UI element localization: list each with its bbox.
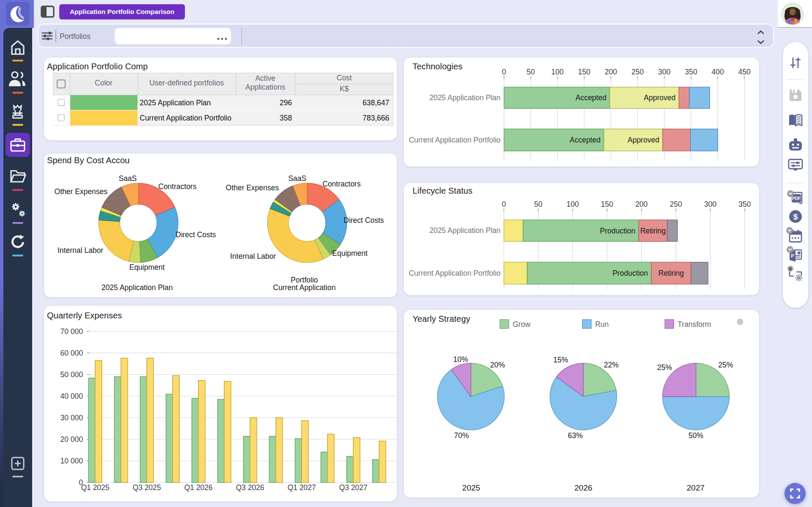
svg-text:Retiring: Retiring: [640, 227, 666, 235]
svg-text:0: 0: [502, 68, 506, 76]
svg-text:2025 Application Plan: 2025 Application Plan: [429, 226, 501, 235]
svg-text:100: 100: [567, 200, 579, 208]
svg-text:Q1 2025: Q1 2025: [81, 483, 109, 492]
svg-text:10 000: 10 000: [60, 457, 83, 465]
svg-text:Equipment: Equipment: [129, 263, 165, 271]
svg-text:Portfolio: Portfolio: [291, 276, 318, 284]
svg-text:25%: 25%: [718, 361, 733, 369]
svg-text:150: 150: [601, 200, 613, 208]
svg-text:25%: 25%: [657, 363, 672, 372]
svg-text:Accepted: Accepted: [575, 93, 606, 102]
svg-text:250: 250: [670, 200, 682, 208]
svg-text:2027: 2027: [687, 483, 705, 492]
svg-text:Direct Costs: Direct Costs: [176, 230, 216, 239]
svg-text:250: 250: [631, 68, 644, 76]
svg-text:Retiring: Retiring: [658, 269, 684, 277]
svg-text:Accepted: Accepted: [570, 136, 600, 144]
svg-text:2025 Application Plan: 2025 Application Plan: [102, 283, 173, 292]
svg-text:Approved: Approved: [628, 136, 659, 144]
svg-text:Current Application Portfolio: Current Application Portfolio: [409, 269, 501, 277]
svg-text:PDF: PDF: [792, 196, 801, 201]
svg-text:300: 300: [658, 68, 670, 76]
svg-text:P: P: [791, 253, 794, 258]
svg-text:2025: 2025: [462, 483, 480, 492]
svg-text:Current Application Portfolio: Current Application Portfolio: [409, 136, 501, 144]
svg-text:2025 Application Plan: 2025 Application Plan: [429, 93, 501, 102]
svg-text:Direct Costs: Direct Costs: [344, 216, 384, 225]
svg-text:Q3 2026: Q3 2026: [236, 483, 264, 492]
svg-text:20%: 20%: [490, 361, 505, 369]
svg-text:200: 200: [635, 200, 647, 208]
svg-text:10%: 10%: [453, 355, 468, 364]
svg-text:40 000: 40 000: [60, 392, 83, 400]
svg-text:350: 350: [685, 68, 697, 76]
svg-text:15%: 15%: [553, 356, 568, 364]
svg-text:Production: Production: [613, 269, 648, 277]
svg-text:Contractors: Contractors: [322, 180, 361, 188]
svg-text:Q3 2025: Q3 2025: [132, 483, 161, 492]
svg-text:0: 0: [502, 200, 506, 208]
svg-text:Equipment: Equipment: [332, 249, 368, 258]
svg-text:Internal Labor: Internal Labor: [58, 246, 103, 255]
svg-text:Contractors: Contractors: [158, 182, 197, 191]
svg-text:450: 450: [738, 68, 751, 76]
svg-text:Run: Run: [595, 320, 608, 329]
svg-text:70%: 70%: [454, 431, 469, 440]
svg-text:200: 200: [605, 68, 617, 76]
svg-text:2026: 2026: [575, 483, 592, 492]
svg-text:50: 50: [527, 68, 535, 76]
svg-text:Other Expenses: Other Expenses: [226, 184, 279, 192]
svg-text:300: 300: [704, 200, 716, 208]
svg-text:50%: 50%: [688, 431, 703, 440]
svg-text:Production: Production: [600, 227, 636, 235]
svg-text:60 000: 60 000: [60, 349, 83, 357]
svg-text:Q3 2027: Q3 2027: [339, 483, 367, 492]
svg-text:Q1 2026: Q1 2026: [184, 483, 212, 492]
svg-text:Q1 2027: Q1 2027: [287, 483, 316, 492]
svg-text:50 000: 50 000: [60, 370, 83, 379]
svg-text:63%: 63%: [568, 431, 583, 440]
svg-text:$: $: [793, 212, 798, 221]
svg-text:20 000: 20 000: [60, 435, 83, 444]
svg-text:Transform: Transform: [677, 320, 711, 329]
svg-text:100: 100: [551, 68, 564, 76]
svg-text:400: 400: [712, 68, 724, 76]
svg-text:Approved: Approved: [644, 93, 676, 102]
svg-text:22%: 22%: [604, 361, 619, 369]
svg-text:SaaS: SaaS: [288, 174, 306, 183]
svg-text:Other Expenses: Other Expenses: [55, 187, 108, 196]
svg-text:150: 150: [578, 68, 590, 76]
svg-text:50: 50: [534, 200, 542, 208]
svg-text:SaaS: SaaS: [118, 174, 137, 183]
svg-text:350: 350: [738, 200, 751, 208]
svg-text:Internal Labor: Internal Labor: [230, 252, 276, 260]
svg-text:30 000: 30 000: [60, 414, 83, 422]
svg-text:70 000: 70 000: [60, 327, 83, 336]
svg-text:Grow: Grow: [513, 320, 531, 329]
svg-text:Current Application: Current Application: [273, 283, 336, 292]
